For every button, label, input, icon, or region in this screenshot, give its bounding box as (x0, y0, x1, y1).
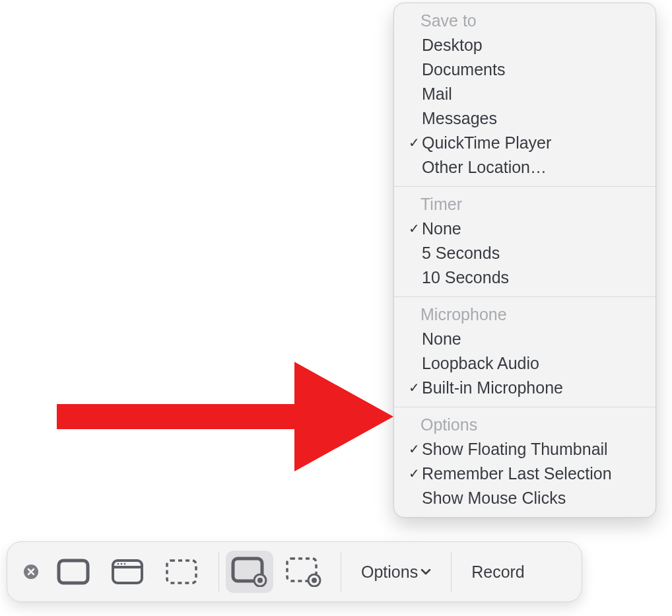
menu-group-save-to: Save to Desktop Documents Mail Messages … (394, 3, 655, 186)
record-button[interactable]: Record (458, 551, 538, 593)
menu-item-floating-thumb[interactable]: ✓ Show Floating Thumbnail (407, 437, 642, 462)
menu-item-label: Messages (420, 106, 497, 131)
svg-marker-0 (57, 362, 393, 471)
record-button-label: Record (471, 563, 525, 582)
menu-item-label: Mail (420, 82, 452, 106)
menu-item-documents[interactable]: Documents (407, 57, 642, 82)
selection-icon (165, 559, 198, 585)
menu-item-label: None (420, 327, 461, 351)
menu-item-messages[interactable]: Messages (407, 106, 642, 131)
record-entire-screen-button[interactable] (226, 551, 273, 593)
options-menu: Save to Desktop Documents Mail Messages … (393, 3, 656, 518)
menu-header: Save to (407, 9, 642, 33)
capture-window-button[interactable] (104, 551, 151, 593)
close-icon (23, 564, 39, 580)
menu-item-label: Loopback Audio (420, 351, 539, 376)
svg-point-6 (121, 563, 123, 565)
menu-header: Options (407, 413, 642, 437)
menu-item-label: 10 Seconds (420, 265, 509, 290)
menu-group-timer: Timer ✓ None 5 Seconds 10 Seconds (394, 186, 655, 296)
svg-point-7 (124, 563, 126, 565)
check-icon: ✓ (407, 437, 420, 462)
menu-item-label: None (420, 217, 461, 241)
toolbar-separator (451, 552, 452, 592)
check-icon: ✓ (407, 131, 420, 155)
options-button-label: Options (361, 563, 418, 582)
menu-group-microphone: Microphone None Loopback Audio ✓ Built-i… (394, 296, 655, 407)
screenshot-toolbar: Options Record (7, 541, 582, 602)
menu-item-label: Other Location… (420, 155, 547, 180)
toolbar-separator (341, 552, 341, 592)
check-icon: ✓ (407, 462, 420, 486)
menu-item-desktop[interactable]: Desktop (407, 33, 642, 57)
capture-entire-screen-button[interactable] (50, 551, 97, 593)
window-icon (111, 559, 144, 585)
menu-item-timer-5s[interactable]: 5 Seconds (407, 241, 642, 265)
svg-point-14 (312, 578, 317, 583)
menu-header: Microphone (407, 302, 642, 327)
menu-item-timer-none[interactable]: ✓ None (407, 217, 642, 241)
annotation-arrow-icon (57, 354, 400, 479)
record-screen-icon (231, 557, 268, 587)
toolbar-separator (218, 552, 219, 592)
menu-item-mic-none[interactable]: None (407, 327, 642, 351)
screen-icon (57, 559, 90, 585)
menu-item-label: Documents (420, 57, 505, 82)
close-button[interactable] (18, 551, 44, 593)
svg-point-5 (118, 563, 119, 565)
options-button[interactable]: Options (348, 551, 444, 593)
menu-item-label: 5 Seconds (420, 241, 500, 265)
menu-item-mic-loopback[interactable]: Loopback Audio (407, 351, 642, 376)
svg-rect-8 (167, 561, 196, 583)
menu-item-mail[interactable]: Mail (407, 82, 642, 106)
record-selection-button[interactable] (280, 551, 327, 593)
menu-item-label: Show Mouse Clicks (420, 486, 566, 510)
menu-item-label: QuickTime Player (420, 131, 551, 155)
capture-selection-button[interactable] (158, 551, 205, 593)
svg-rect-2 (59, 561, 88, 583)
menu-item-quicktime[interactable]: ✓ QuickTime Player (407, 131, 642, 155)
menu-item-label: Built-in Microphone (420, 376, 563, 400)
menu-item-show-clicks[interactable]: Show Mouse Clicks (407, 486, 642, 510)
chevron-down-icon (420, 566, 431, 577)
check-icon: ✓ (407, 376, 420, 400)
menu-item-label: Show Floating Thumbnail (420, 437, 608, 462)
menu-item-label: Remember Last Selection (420, 462, 612, 486)
check-icon: ✓ (407, 217, 420, 241)
svg-point-11 (257, 578, 263, 583)
menu-item-remember-selection[interactable]: ✓ Remember Last Selection (407, 462, 642, 486)
menu-header: Timer (407, 192, 642, 217)
record-selection-icon (285, 557, 322, 587)
svg-rect-3 (113, 561, 142, 583)
menu-item-other-location[interactable]: Other Location… (407, 155, 642, 180)
menu-group-options: Options ✓ Show Floating Thumbnail ✓ Reme… (394, 407, 655, 517)
menu-item-label: Desktop (420, 33, 483, 57)
menu-item-timer-10s[interactable]: 10 Seconds (407, 265, 642, 290)
menu-item-mic-builtin[interactable]: ✓ Built-in Microphone (407, 376, 642, 400)
